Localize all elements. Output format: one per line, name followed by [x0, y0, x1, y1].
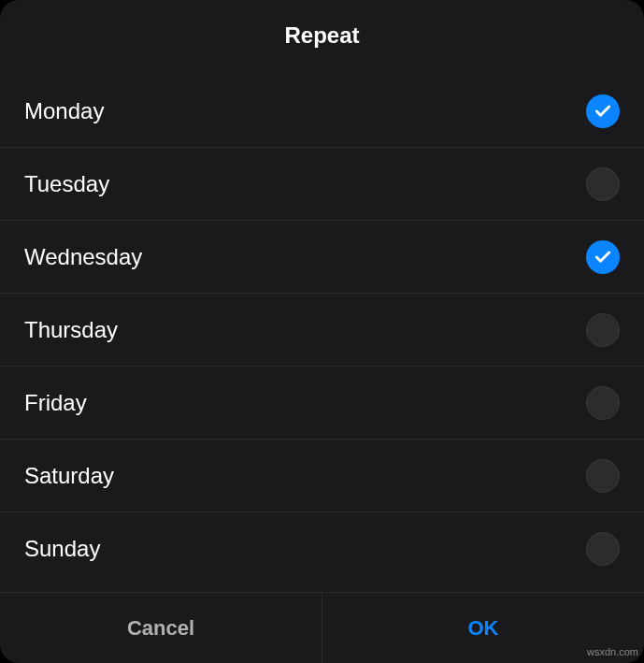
day-row-wednesday[interactable]: Wednesday — [0, 221, 644, 294]
day-row-friday[interactable]: Friday — [0, 367, 644, 440]
day-label: Monday — [24, 98, 104, 124]
day-label: Friday — [24, 390, 87, 416]
day-row-saturday[interactable]: Saturday — [0, 440, 644, 512]
unchecked-circle-icon[interactable] — [586, 386, 620, 420]
dialog-header: Repeat — [0, 0, 644, 75]
unchecked-circle-icon[interactable] — [586, 459, 620, 493]
day-label: Saturday — [24, 463, 114, 489]
day-row-monday[interactable]: Monday — [0, 75, 644, 148]
unchecked-circle-icon[interactable] — [586, 313, 620, 347]
unchecked-circle-icon[interactable] — [586, 532, 620, 566]
checkmark-icon[interactable] — [586, 94, 620, 128]
repeat-dialog: Repeat Monday Tuesday Wednesday Thursday… — [0, 0, 644, 663]
checkmark-icon[interactable] — [586, 240, 620, 274]
day-list: Monday Tuesday Wednesday Thursday Friday… — [0, 75, 644, 592]
day-row-thursday[interactable]: Thursday — [0, 294, 644, 367]
day-row-sunday[interactable]: Sunday — [0, 512, 644, 585]
dialog-footer: Cancel OK — [0, 592, 644, 663]
day-label: Wednesday — [24, 244, 142, 270]
cancel-button[interactable]: Cancel — [0, 593, 322, 663]
day-row-tuesday[interactable]: Tuesday — [0, 148, 644, 221]
dialog-title: Repeat — [0, 22, 644, 49]
day-label: Sunday — [24, 536, 100, 562]
day-label: Tuesday — [24, 171, 109, 197]
watermark-text: wsxdn.com — [587, 646, 638, 657]
day-label: Thursday — [24, 317, 118, 343]
unchecked-circle-icon[interactable] — [586, 167, 620, 201]
